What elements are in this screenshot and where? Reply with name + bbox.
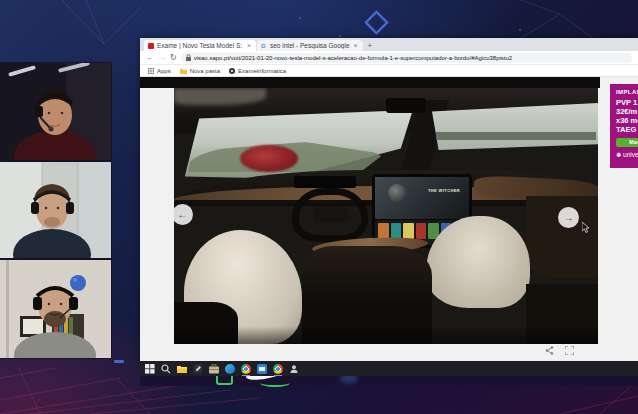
tab-title: Exame | Novo Tesla Model S: ac xyxy=(157,42,243,49)
webpage-content: THE WITCHER xyxy=(140,77,638,361)
ad-brand: ✽ universo xyxy=(616,151,638,158)
game-title: THE WITCHER xyxy=(422,188,466,193)
tab-title: seo intel - Pesquisa Google xyxy=(270,42,350,49)
browser-window: Exame | Novo Tesla Model S: ac × G seo i… xyxy=(140,38,638,361)
webcam-feed-1 xyxy=(0,63,111,160)
desktop-wallpaper-strip xyxy=(140,376,638,386)
close-tab-icon[interactable]: × xyxy=(246,42,252,49)
bookmark-apps[interactable]: Apps xyxy=(148,68,171,74)
forward-icon[interactable]: → xyxy=(158,54,166,62)
participant-2-avatar xyxy=(0,162,111,258)
screen-share: Exame | Novo Tesla Model S: ac × G seo i… xyxy=(140,38,638,386)
bookmark-exameinformatica[interactable]: Exameinformatica xyxy=(229,68,286,74)
people-icon[interactable] xyxy=(289,364,299,374)
reload-icon[interactable]: ↻ xyxy=(170,54,177,62)
google-favicon: G xyxy=(261,43,267,49)
ad-offer-lines: PVP 1.1 32€/m x36 me TAEG 0 xyxy=(616,98,638,135)
participant-1-avatar xyxy=(0,63,111,160)
file-explorer-icon[interactable] xyxy=(177,364,187,374)
ad-line: 32€/m xyxy=(616,107,638,116)
bookmark-label: Exameinformatica xyxy=(238,68,286,74)
url-text: visao.sapo.pt/voit/2021-01-20-novo-tesla… xyxy=(194,55,513,61)
ad-line: TAEG 0 xyxy=(616,125,638,134)
notes-app-icon[interactable] xyxy=(193,364,203,374)
game-tile xyxy=(416,223,427,239)
start-button-icon[interactable] xyxy=(145,364,155,374)
ad-brand-name: universo xyxy=(623,151,638,158)
article-header-strip xyxy=(140,77,600,88)
red-fender xyxy=(240,145,298,172)
fullscreen-icon[interactable] xyxy=(565,346,574,355)
tesla-image-layers: THE WITCHER xyxy=(174,88,598,344)
diamond-decor xyxy=(366,12,387,33)
bookmark-label: Apps xyxy=(157,68,171,74)
search-icon[interactable] xyxy=(161,364,171,374)
witcher-medallion xyxy=(388,184,406,202)
site-favicon xyxy=(229,68,235,74)
chrome-icon-2[interactable] xyxy=(273,364,283,374)
flower-icon: ✽ xyxy=(616,151,621,158)
carousel-next-button[interactable]: → xyxy=(558,207,579,228)
game-tile xyxy=(403,223,414,239)
stream-stage: Exame | Novo Tesla Model S: ac × G seo i… xyxy=(0,0,638,414)
back-icon[interactable]: ← xyxy=(146,54,154,62)
rearview-mirror xyxy=(386,98,426,113)
webcam-feed-2 xyxy=(0,162,111,258)
bookmark-nova-pasta[interactable]: Nova pasta xyxy=(180,68,220,74)
passenger-seat xyxy=(426,216,530,308)
tesla-interior-image: THE WITCHER xyxy=(174,88,598,344)
bookmark-label: Nova pasta xyxy=(190,68,220,74)
share-icon[interactable] xyxy=(545,346,554,355)
url-bar[interactable]: visao.sapo.pt/voit/2021-01-20-novo-tesla… xyxy=(181,53,632,63)
treeline xyxy=(436,132,596,140)
ad-cta-button[interactable]: Marcar C xyxy=(616,138,638,147)
chrome-icon[interactable] xyxy=(241,364,251,374)
sidebar-ad: IMPLANT PVP 1.1 32€/m x36 me TAEG 0 Marc… xyxy=(610,84,638,168)
yoke-hub xyxy=(314,206,348,222)
wallpaper-green-arc xyxy=(260,379,290,387)
windows-taskbar xyxy=(140,361,638,376)
tesla-headliner xyxy=(174,88,266,105)
glow-dash xyxy=(114,360,124,363)
exame-favicon xyxy=(148,43,154,49)
briefcase-icon[interactable] xyxy=(209,364,219,374)
mail-icon[interactable] xyxy=(257,364,267,374)
mouse-cursor xyxy=(582,222,590,233)
padlock-icon xyxy=(186,54,191,61)
carousel-prev-button[interactable]: ← xyxy=(172,204,193,225)
bookmarks-bar: Apps Nova pasta Exameinformatica xyxy=(140,65,638,77)
driver-display xyxy=(294,176,356,188)
new-tab-button[interactable]: + xyxy=(368,41,373,50)
browser-tab-bar: Exame | Novo Tesla Model S: ac × G seo i… xyxy=(140,38,638,51)
ad-line: PVP 1.1 xyxy=(616,98,638,107)
bottom-vignette xyxy=(174,326,598,344)
tab-exame-article[interactable]: Exame | Novo Tesla Model S: ac × xyxy=(144,40,256,51)
ad-headline: IMPLANT xyxy=(616,89,638,95)
edge-icon[interactable] xyxy=(225,364,235,374)
webcam-feed-3 xyxy=(0,260,111,358)
close-tab-icon[interactable]: × xyxy=(353,42,359,49)
ad-line: x36 me xyxy=(616,116,638,125)
apps-grid-icon xyxy=(148,68,154,74)
browser-toolbar: ← → ↻ visao.sapo.pt/voit/2021-01-20-novo… xyxy=(140,51,638,65)
participant-3-avatar xyxy=(0,260,111,358)
folder-icon xyxy=(180,68,187,74)
tab-google-search[interactable]: G seo intel - Pesquisa Google × xyxy=(257,40,363,51)
